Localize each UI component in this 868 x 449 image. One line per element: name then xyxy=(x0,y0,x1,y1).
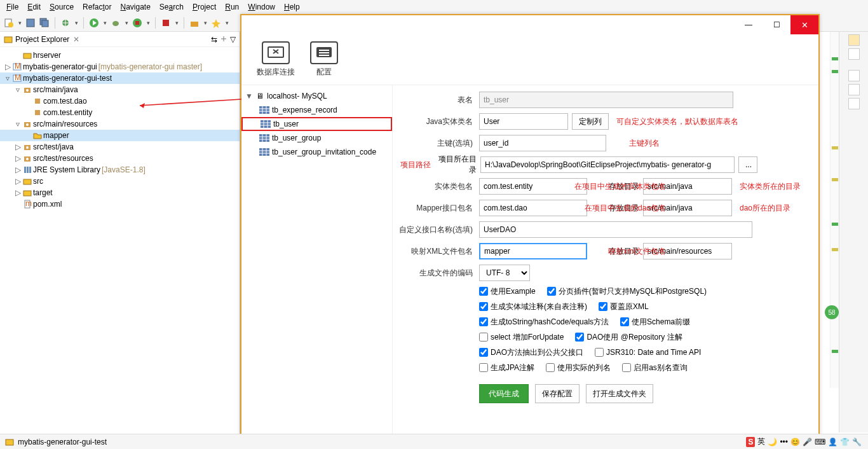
moon-icon[interactable]: 🌙 xyxy=(768,438,777,446)
svg-rect-55 xyxy=(259,148,269,156)
table-row[interactable]: tb_user xyxy=(241,117,392,131)
tree-row[interactable]: ▷Mmybatis-generator-gui [mybatis-generat… xyxy=(0,61,240,73)
shirt-icon[interactable]: 👕 xyxy=(840,438,850,446)
dots-icon[interactable]: ••• xyxy=(780,438,788,446)
proj-path-input[interactable] xyxy=(480,156,735,173)
chk-jsr310[interactable]: JSR310: Date and Time API xyxy=(595,348,701,357)
tree-row[interactable]: com.test.dao xyxy=(0,95,240,107)
table-row[interactable]: tb_user_group_invitation_code xyxy=(241,145,392,159)
xml-pkg-input[interactable] xyxy=(479,243,587,259)
stop-icon[interactable] xyxy=(161,18,171,28)
ime-icon[interactable]: S xyxy=(746,437,755,447)
db-tree[interactable]: ▼ 🖥 localhost- MySQL tb_expense_recordtb… xyxy=(241,85,393,446)
chk-extract[interactable]: DAO方法抽出到公共父接口 xyxy=(479,347,583,358)
db-root[interactable]: ▼ 🖥 localhost- MySQL xyxy=(241,89,392,103)
keyboard-icon[interactable]: ⌨ xyxy=(815,438,825,446)
table-icon xyxy=(259,134,269,142)
view-icon[interactable] xyxy=(848,70,860,81)
debug2-icon[interactable] xyxy=(111,18,121,28)
run-icon[interactable] xyxy=(89,18,99,28)
user-icon[interactable]: 👤 xyxy=(828,438,837,446)
tree-row[interactable]: ▷src/test/java xyxy=(0,141,240,153)
debug-icon[interactable] xyxy=(60,18,71,28)
tree-row[interactable]: ▷src xyxy=(0,176,240,187)
svg-rect-29 xyxy=(27,167,29,173)
menu-help[interactable]: Help xyxy=(280,1,304,13)
smile-icon[interactable]: 😊 xyxy=(790,438,800,446)
tree-row[interactable]: com.test.entity xyxy=(0,107,240,118)
new-icon[interactable] xyxy=(4,18,14,28)
perspective-icon[interactable] xyxy=(848,34,860,46)
chk-schema[interactable]: 使用Schema前缀 xyxy=(620,317,690,328)
wizard-icon[interactable] xyxy=(211,18,221,28)
svg-rect-60 xyxy=(6,439,13,445)
tool-icon[interactable]: 🔧 xyxy=(852,438,862,446)
chk-override[interactable]: 覆盖原XML xyxy=(599,301,649,312)
svg-point-1 xyxy=(8,22,13,27)
collapse-all-icon[interactable]: ⇆ xyxy=(211,35,217,44)
menu-navigate[interactable]: Navigate xyxy=(116,1,154,13)
encoding-select[interactable]: UTF- 8 xyxy=(479,265,530,281)
tree-row[interactable]: hrserver xyxy=(0,50,240,61)
view-icon[interactable] xyxy=(848,98,860,109)
open-folder-button[interactable]: 打开生成文件夹 xyxy=(586,384,653,403)
project-tree[interactable]: hrserver▷Mmybatis-generator-gui [mybatis… xyxy=(0,47,240,212)
chk-repo[interactable]: DAO使用 @Repository 注解 xyxy=(575,332,682,343)
svg-rect-32 xyxy=(24,191,31,196)
chk-alias[interactable]: 启用as别名查询 xyxy=(622,363,688,373)
link-editor-icon[interactable] xyxy=(220,35,227,44)
chk-example[interactable]: 使用Example xyxy=(479,286,536,297)
tree-row[interactable]: mapper xyxy=(0,130,240,141)
pk-label: 主键(选填) xyxy=(399,138,475,149)
chk-forupdate[interactable]: select 增加ForUpdate xyxy=(479,332,564,343)
chk-page[interactable]: 分页插件(暂时只支持MySQL和PostgreSQL) xyxy=(547,286,707,297)
generate-button[interactable]: 代码生成 xyxy=(479,384,529,403)
entity-input[interactable] xyxy=(479,113,568,130)
menu-run[interactable]: Run xyxy=(221,1,243,13)
menu-search[interactable]: Search xyxy=(156,1,187,13)
mic-icon[interactable]: 🎤 xyxy=(803,438,812,446)
entity-pkg-label: 实体类包名 xyxy=(399,181,475,192)
coverage-icon[interactable] xyxy=(132,18,142,28)
chk-tostring[interactable]: 生成toString/hashCode/equals方法 xyxy=(479,317,609,328)
chk-comment[interactable]: 生成实体域注释(来自表注释) xyxy=(479,301,587,312)
tree-row[interactable]: ▷target xyxy=(0,187,240,198)
menu-refactor[interactable]: Refactor xyxy=(79,1,115,13)
build-icon[interactable] xyxy=(189,18,200,28)
table-name-label: 表名 xyxy=(399,95,475,106)
svg-rect-4 xyxy=(42,20,48,27)
table-row[interactable]: tb_expense_record xyxy=(241,103,392,117)
perspective-icon[interactable] xyxy=(848,48,860,60)
view-icon[interactable] xyxy=(848,84,860,95)
menu-window[interactable]: Window xyxy=(244,1,279,13)
menu-source[interactable]: Source xyxy=(46,1,78,13)
tree-row[interactable]: ▿src/main/resources xyxy=(0,118,240,130)
db-connection-button[interactable]: 数据库连接 xyxy=(257,41,295,78)
maximize-button[interactable]: ☐ xyxy=(763,15,790,34)
status-project-label: mybatis-generator-gui-test xyxy=(18,438,107,446)
menu-edit[interactable]: Edit xyxy=(24,1,44,13)
tree-row[interactable]: ▿src/main/java xyxy=(0,84,240,95)
save-icon[interactable] xyxy=(25,18,36,28)
tree-row[interactable]: ▿Mmybatis-generator-gui-test xyxy=(0,73,240,84)
table-row[interactable]: tb_user_group xyxy=(241,131,392,145)
minimize-button[interactable]: — xyxy=(735,15,763,34)
tree-row[interactable]: mpom.xml xyxy=(0,198,240,210)
menu-project[interactable]: Project xyxy=(189,1,220,13)
chk-realcol[interactable]: 使用实际的列名 xyxy=(546,363,611,373)
iface-input[interactable] xyxy=(479,221,752,238)
save-config-button[interactable]: 保存配置 xyxy=(535,384,580,403)
custom-column-button[interactable]: 定制列 xyxy=(572,113,609,130)
close-button[interactable]: ✕ xyxy=(790,15,818,34)
config-button[interactable]: 配置 xyxy=(310,41,338,78)
menu-file[interactable]: FFileile xyxy=(3,1,22,13)
chk-jpa[interactable]: 生成JPA注解 xyxy=(479,363,534,373)
browse-button[interactable]: ... xyxy=(738,156,757,173)
tree-row[interactable]: ▷JRE System Library [JavaSE-1.8] xyxy=(0,164,240,176)
tree-row[interactable]: ▷src/test/resources xyxy=(0,153,240,164)
error-count-badge[interactable]: 58 xyxy=(825,305,839,319)
save-all-icon[interactable] xyxy=(39,18,50,28)
svg-point-19 xyxy=(26,89,29,92)
view-menu-icon[interactable]: ▽ xyxy=(230,35,236,44)
pk-input[interactable] xyxy=(479,135,606,151)
